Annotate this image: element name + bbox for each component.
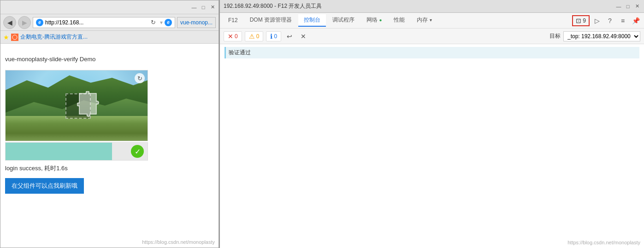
target-bar: 目标 _top: 192.168.92.49:8000 bbox=[549, 31, 640, 41]
address-input[interactable] bbox=[45, 19, 147, 26]
back-nav-button[interactable]: ◀ bbox=[3, 16, 16, 29]
favorites-link[interactable]: 企鹅电竞-腾讯游戏官方直... bbox=[20, 33, 88, 41]
close-button[interactable]: ✕ bbox=[209, 4, 216, 11]
pin-icon-button[interactable]: 📌 bbox=[630, 15, 641, 26]
info-badge[interactable]: ℹ 0 bbox=[266, 31, 281, 41]
watermark: https://blog.csdn.net/monoplasty bbox=[142, 239, 215, 245]
screen-size-button[interactable]: ⊡ 9 bbox=[572, 15, 590, 26]
info-count: 0 bbox=[274, 33, 277, 40]
slide-verify-widget: ↻ ✓ login success, 耗时1.6s 在父组件可以点我刷新哦 bbox=[5, 70, 148, 194]
target-label: 目标 bbox=[549, 32, 561, 40]
error-icon: ✕ bbox=[228, 33, 233, 40]
warn-badge[interactable]: ⚠ 0 bbox=[245, 31, 264, 41]
devtools-panel: 192.168.92.49:8000 - F12 开发人员工具 — □ ✕ F1… bbox=[219, 0, 644, 248]
address-bar: e ↻ ▾ e bbox=[33, 17, 175, 28]
devtools-console-toolbar: ✕ 0 ⚠ 0 ℹ 0 ↩ ✕ 目标 _top: 192.168.92.49:8… bbox=[220, 29, 644, 44]
devtools-titlebar: 192.168.92.49:8000 - F12 开发人员工具 — □ ✕ bbox=[220, 0, 644, 13]
error-count: 0 bbox=[235, 33, 238, 40]
screen-count: 9 bbox=[583, 17, 586, 24]
slider-success-icon: ✓ bbox=[131, 145, 144, 158]
devtools-watermark: https://blog.csdn.net/monoplasty bbox=[567, 240, 640, 245]
browser-content: vue-monoplasty-slide-verify Demo ↻ bbox=[0, 44, 219, 248]
tab-dom[interactable]: DOM 资源管理器 bbox=[244, 14, 297, 27]
tab-console[interactable]: 控制台 bbox=[298, 14, 326, 27]
browser-window: — □ ✕ ◀ ▶ e ↻ ▾ e vue-monop... ★ 企鹅电竞-腾讯… bbox=[0, 0, 219, 248]
address-refresh-icon[interactable]: ↻ bbox=[149, 18, 158, 27]
address-ie-favicon: e bbox=[165, 19, 172, 26]
minimize-button[interactable]: — bbox=[191, 4, 197, 11]
puzzle-piece bbox=[77, 91, 102, 121]
target-select[interactable]: _top: 192.168.92.49:8000 bbox=[563, 31, 640, 41]
devtools-tabs-toolbar: F12 DOM 资源管理器 控制台 调试程序 网络 ● 性能 内存 ▾ ⊡ 9 … bbox=[220, 13, 644, 29]
tab-f12[interactable]: F12 bbox=[223, 15, 243, 26]
screen-icon: ⊡ bbox=[576, 17, 581, 24]
browser-favorites: ★ 企鹅电竞-腾讯游戏官方直... bbox=[0, 31, 219, 44]
village-layer bbox=[6, 116, 148, 141]
info-icon: ℹ bbox=[270, 33, 272, 40]
devtools-toolbar-right: ⊡ 9 ▷ ? ≡ 📌 bbox=[572, 15, 641, 26]
devtools-title: 192.168.92.49:8000 - F12 开发人员工具 bbox=[224, 2, 322, 10]
svg-point-0 bbox=[12, 35, 17, 40]
slide-image: ↻ bbox=[5, 70, 148, 141]
browser-titlebar: — □ ✕ bbox=[0, 0, 219, 14]
page-title-text: vue-monoplasty-slide-verify Demo bbox=[5, 56, 214, 63]
browser-toolbar: ◀ ▶ e ↻ ▾ e vue-monop... bbox=[0, 14, 219, 31]
console-badges: ✕ 0 ⚠ 0 ℹ 0 ↩ ✕ bbox=[224, 31, 309, 42]
tab-label[interactable]: vue-monop... bbox=[177, 17, 216, 28]
devtools-close-button[interactable]: ✕ bbox=[634, 3, 640, 10]
console-clear-button[interactable]: ✕ bbox=[298, 31, 309, 42]
more-icon-button[interactable]: ≡ bbox=[617, 15, 628, 26]
login-success-message: login success, 耗时1.6s bbox=[5, 164, 148, 173]
image-refresh-button[interactable]: ↻ bbox=[135, 73, 145, 83]
tab-memory[interactable]: 内存 ▾ bbox=[411, 14, 437, 27]
address-dropdown-icon[interactable]: ▾ bbox=[160, 19, 163, 26]
console-back-button[interactable]: ↩ bbox=[284, 31, 295, 42]
favorites-icon bbox=[11, 34, 18, 41]
refresh-component-button[interactable]: 在父组件可以点我刷新哦 bbox=[5, 178, 84, 194]
favorites-star-icon: ★ bbox=[3, 34, 9, 41]
warn-icon: ⚠ bbox=[249, 33, 255, 40]
warn-count: 0 bbox=[256, 33, 260, 40]
maximize-button[interactable]: □ bbox=[200, 4, 207, 11]
memory-dropdown-icon[interactable]: ▾ bbox=[430, 17, 432, 23]
console-message-verified: 验证通过 bbox=[225, 47, 639, 58]
play-icon-button[interactable]: ▷ bbox=[591, 15, 603, 26]
tab-network[interactable]: 网络 ● bbox=[361, 14, 387, 27]
help-icon-button[interactable]: ? bbox=[604, 15, 615, 26]
tab-debugger[interactable]: 调试程序 bbox=[327, 14, 360, 27]
devtools-minimize-button[interactable]: — bbox=[615, 3, 622, 10]
tab-performance[interactable]: 性能 bbox=[388, 14, 410, 27]
devtools-title-buttons: — □ ✕ bbox=[615, 3, 640, 10]
forward-nav-button[interactable]: ▶ bbox=[18, 16, 31, 29]
error-badge[interactable]: ✕ 0 bbox=[224, 31, 242, 41]
ie-icon: e bbox=[36, 19, 43, 26]
console-content: 验证通过 bbox=[220, 44, 644, 248]
slider-bar[interactable]: ✓ bbox=[5, 142, 148, 161]
devtools-maximize-button[interactable]: □ bbox=[625, 3, 631, 10]
network-dot: ● bbox=[379, 17, 382, 23]
